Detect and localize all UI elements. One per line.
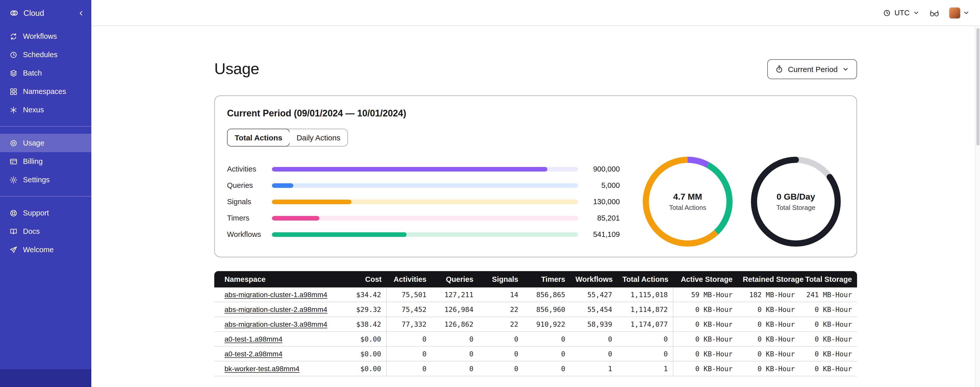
chevron-down-icon [842, 65, 850, 73]
app-root: Cloud Workflows Schedules Batch Namespac… [0, 0, 980, 387]
page-header: Usage Current Period [214, 59, 857, 79]
donut-center: 0 GB/Day Total Storage [751, 157, 841, 246]
cell-timers: 856,960 [523, 302, 570, 317]
namespace-link[interactable]: abs-migration-cluster-1.a98mm4 [224, 291, 327, 299]
sidebar-item-label: Support [23, 209, 49, 217]
cell-activities: 0 [387, 361, 431, 376]
sidebar-item-label: Usage [23, 139, 45, 147]
usage-icon [9, 139, 18, 147]
table-header-row: Namespace Cost Activities Queries Signal… [214, 271, 857, 288]
cell-workflows: 55,454 [570, 302, 617, 317]
sidebar-item-nexus[interactable]: Nexus [0, 101, 91, 119]
user-avatar[interactable] [949, 7, 961, 19]
user-menu[interactable] [949, 7, 970, 19]
cell-activities: 77,332 [387, 317, 431, 332]
vertical-scrollbar[interactable] [975, 26, 980, 387]
sidebar-footer-strip [0, 369, 91, 387]
bar-track [272, 216, 578, 220]
cell-activities: 75,452 [387, 302, 431, 317]
bar-fill [272, 216, 319, 220]
col-cost: Cost [338, 271, 387, 288]
bar-label: Timers [227, 214, 272, 222]
sidebar-item-workflows[interactable]: Workflows [0, 27, 91, 45]
sidebar-item-usage[interactable]: Usage [0, 134, 91, 152]
cell-cost: $29.32 [338, 302, 387, 317]
cell-retained-storage: 0 KB-Hour [738, 302, 800, 317]
nexus-icon [9, 106, 18, 114]
col-activities: Activities [387, 271, 431, 288]
bar-row-queries: Queries 5,000 [227, 177, 620, 194]
donut-center: 4.7 MM Total Actions [643, 157, 733, 246]
bar-value: 541,109 [578, 230, 620, 238]
total-storage-value: 0 GB/Day [776, 192, 815, 202]
col-signals: Signals [479, 271, 523, 288]
sidebar-nav-footer: Support Docs Welcome [0, 197, 91, 259]
sidebar-item-schedules[interactable]: Schedules [0, 45, 91, 64]
bar-value: 900,000 [578, 165, 620, 173]
timezone-selector[interactable]: UTC [883, 8, 920, 17]
period-selector-button[interactable]: Current Period [767, 59, 857, 79]
cell-queries: 0 [431, 347, 479, 361]
labs-glasses-icon[interactable] [929, 7, 940, 18]
cell-signals: 0 [479, 332, 523, 347]
welcome-icon [9, 245, 18, 254]
actions-tab-group: Total Actions Daily Actions [227, 129, 348, 147]
namespace-usage-table: Namespace Cost Activities Queries Signal… [214, 271, 857, 376]
tab-total-actions[interactable]: Total Actions [227, 129, 290, 147]
sidebar-item-label: Batch [23, 69, 42, 77]
cell-activities: 75,501 [387, 288, 431, 302]
cell-total-actions: 1,174,077 [617, 317, 673, 332]
sidebar-item-label: Welcome [23, 246, 54, 254]
namespace-link[interactable]: abs-migration-cluster-3.a98mm4 [224, 320, 327, 328]
col-queries: Queries [431, 271, 479, 288]
main-content: Usage Current Period Current Period (09/… [91, 26, 980, 387]
cell-total-actions: 1 [617, 361, 673, 376]
cell-active-storage: 0 KB-Hour [673, 302, 738, 317]
cell-activities: 0 [387, 332, 431, 347]
cell-queries: 127,211 [431, 288, 479, 302]
bar-label: Workflows [227, 230, 272, 238]
col-retained-storage: Retained Storage [738, 271, 800, 288]
workflows-icon [9, 32, 18, 41]
namespace-link[interactable]: a0-test-2.a98mm4 [224, 350, 282, 358]
col-total-actions: Total Actions [617, 271, 673, 288]
sidebar-item-settings[interactable]: Settings [0, 171, 91, 189]
sidebar-item-label: Docs [23, 227, 40, 235]
sidebar-item-label: Schedules [23, 51, 57, 59]
cell-total-actions: 0 [617, 347, 673, 361]
bar-row-workflows: Workflows 541,109 [227, 226, 620, 243]
sidebar-item-docs[interactable]: Docs [0, 222, 91, 240]
namespaces-icon [9, 87, 18, 96]
sidebar-item-label: Nexus [23, 106, 44, 114]
namespace-link[interactable]: a0-test-1.a98mm4 [224, 335, 282, 343]
schedules-icon [9, 50, 18, 59]
bar-label: Signals [227, 198, 272, 206]
cell-queries: 0 [431, 361, 479, 376]
cell-queries: 0 [431, 332, 479, 347]
total-actions-caption: Total Actions [669, 204, 706, 211]
cell-total-storage: 0 KB-Hour [800, 347, 857, 361]
table-row: a0-test-2.a98mm4 $0.00 0 0 0 0 0 0 0 KB-… [214, 347, 857, 361]
scrollbar-thumb[interactable] [977, 28, 980, 146]
table-row: bk-worker-test.a98mm4 $0.00 0 0 0 0 1 1 … [214, 361, 857, 376]
total-actions-value: 4.7 MM [673, 192, 702, 202]
collapse-sidebar-icon[interactable] [77, 9, 85, 17]
namespace-link[interactable]: abs-migration-cluster-2.a98mm4 [224, 305, 327, 313]
cell-active-storage: 0 KB-Hour [673, 332, 738, 347]
bar-track [272, 167, 578, 171]
cell-queries: 126,862 [431, 317, 479, 332]
sidebar-item-label: Settings [23, 176, 50, 184]
namespace-link[interactable]: bk-worker-test.a98mm4 [224, 365, 299, 373]
tab-daily-actions[interactable]: Daily Actions [290, 129, 348, 146]
cell-active-storage: 0 KB-Hour [673, 361, 738, 376]
sidebar-item-batch[interactable]: Batch [0, 64, 91, 82]
sidebar-item-billing[interactable]: Billing [0, 152, 91, 171]
sidebar-item-label: Namespaces [23, 87, 66, 96]
sidebar-item-namespaces[interactable]: Namespaces [0, 82, 91, 101]
cell-timers: 910,922 [523, 317, 570, 332]
docs-icon [9, 227, 18, 236]
sidebar-item-support[interactable]: Support [0, 204, 91, 222]
cell-cost: $34.42 [338, 288, 387, 302]
bar-track [272, 199, 578, 204]
sidebar-item-welcome[interactable]: Welcome [0, 240, 91, 259]
